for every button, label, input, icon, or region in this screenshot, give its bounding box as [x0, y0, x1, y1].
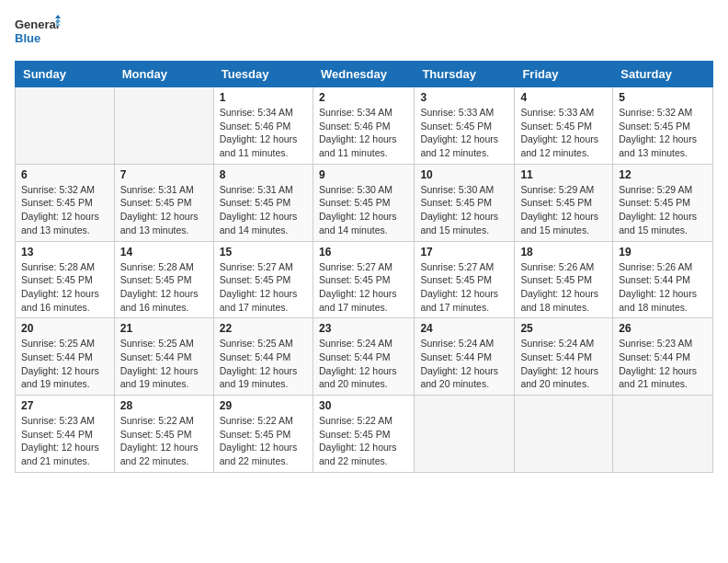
- calendar-week-row: 1Sunrise: 5:34 AMSunset: 5:46 PMDaylight…: [16, 87, 713, 165]
- calendar-cell: 9Sunrise: 5:30 AMSunset: 5:45 PMDaylight…: [313, 164, 414, 241]
- calendar-table: SundayMondayTuesdayWednesdayThursdayFrid…: [15, 61, 713, 473]
- calendar-cell: 22Sunrise: 5:25 AMSunset: 5:44 PMDayligh…: [213, 318, 313, 396]
- logo-graphic: General Blue: [15, 15, 61, 50]
- day-info: Sunrise: 5:33 AMSunset: 5:45 PMDaylight:…: [520, 106, 607, 160]
- calendar-cell: 4Sunrise: 5:33 AMSunset: 5:45 PMDaylight…: [515, 87, 613, 165]
- calendar-cell: 2Sunrise: 5:34 AMSunset: 5:46 PMDaylight…: [313, 87, 414, 165]
- day-info: Sunrise: 5:25 AMSunset: 5:44 PMDaylight:…: [220, 337, 307, 391]
- calendar-cell: 3Sunrise: 5:33 AMSunset: 5:45 PMDaylight…: [415, 87, 515, 165]
- day-number: 25: [520, 322, 607, 335]
- calendar-cell: 30Sunrise: 5:22 AMSunset: 5:45 PMDayligh…: [313, 396, 414, 473]
- day-number: 1: [220, 91, 307, 104]
- calendar-cell: 5Sunrise: 5:32 AMSunset: 5:45 PMDaylight…: [613, 87, 713, 165]
- day-number: 6: [21, 168, 108, 181]
- day-info: Sunrise: 5:32 AMSunset: 5:45 PMDaylight:…: [21, 183, 108, 237]
- calendar-cell: 10Sunrise: 5:30 AMSunset: 5:45 PMDayligh…: [415, 164, 515, 241]
- day-number: 19: [619, 246, 707, 259]
- calendar-cell: 17Sunrise: 5:27 AMSunset: 5:45 PMDayligh…: [415, 241, 515, 318]
- day-number: 17: [420, 246, 508, 259]
- calendar-cell: 7Sunrise: 5:31 AMSunset: 5:45 PMDaylight…: [114, 164, 213, 241]
- day-info: Sunrise: 5:28 AMSunset: 5:45 PMDaylight:…: [120, 260, 208, 315]
- day-number: 21: [120, 322, 208, 335]
- calendar-cell: 29Sunrise: 5:22 AMSunset: 5:45 PMDayligh…: [213, 396, 313, 473]
- day-number: 27: [21, 399, 108, 412]
- calendar-cell: 26Sunrise: 5:23 AMSunset: 5:44 PMDayligh…: [613, 318, 713, 396]
- calendar-week-row: 20Sunrise: 5:25 AMSunset: 5:44 PMDayligh…: [16, 318, 713, 396]
- day-number: 15: [220, 246, 307, 259]
- calendar-cell: 24Sunrise: 5:24 AMSunset: 5:44 PMDayligh…: [415, 318, 515, 396]
- header: General Blue: [15, 15, 713, 50]
- day-info: Sunrise: 5:25 AMSunset: 5:44 PMDaylight:…: [21, 337, 108, 391]
- svg-text:Blue: Blue: [15, 31, 40, 45]
- logo: General Blue: [15, 15, 61, 50]
- day-info: Sunrise: 5:34 AMSunset: 5:46 PMDaylight:…: [220, 106, 307, 160]
- day-number: 11: [520, 168, 607, 181]
- day-number: 7: [120, 168, 208, 181]
- day-number: 24: [420, 322, 508, 335]
- calendar-cell: 23Sunrise: 5:24 AMSunset: 5:44 PMDayligh…: [313, 318, 414, 396]
- day-number: 4: [520, 91, 607, 104]
- day-number: 22: [220, 322, 307, 335]
- calendar-week-row: 27Sunrise: 5:23 AMSunset: 5:44 PMDayligh…: [16, 396, 713, 473]
- calendar-cell: 12Sunrise: 5:29 AMSunset: 5:45 PMDayligh…: [613, 164, 713, 241]
- col-header-monday: Monday: [114, 62, 213, 87]
- day-number: 29: [220, 399, 307, 412]
- day-info: Sunrise: 5:24 AMSunset: 5:44 PMDaylight:…: [520, 337, 607, 391]
- day-info: Sunrise: 5:22 AMSunset: 5:45 PMDaylight:…: [220, 414, 307, 468]
- day-info: Sunrise: 5:24 AMSunset: 5:44 PMDaylight:…: [420, 337, 508, 391]
- day-info: Sunrise: 5:29 AMSunset: 5:45 PMDaylight:…: [520, 183, 607, 237]
- day-info: Sunrise: 5:30 AMSunset: 5:45 PMDaylight:…: [420, 183, 508, 237]
- calendar-cell: 27Sunrise: 5:23 AMSunset: 5:44 PMDayligh…: [16, 396, 115, 473]
- logo-svg: General Blue: [15, 15, 61, 50]
- calendar-cell: 13Sunrise: 5:28 AMSunset: 5:45 PMDayligh…: [16, 241, 115, 318]
- calendar-cell: [515, 396, 613, 473]
- day-number: 30: [319, 399, 408, 412]
- day-number: 9: [319, 168, 408, 181]
- calendar-cell: [613, 396, 713, 473]
- day-info: Sunrise: 5:31 AMSunset: 5:45 PMDaylight:…: [120, 183, 208, 237]
- calendar-cell: 8Sunrise: 5:31 AMSunset: 5:45 PMDaylight…: [213, 164, 313, 241]
- col-header-wednesday: Wednesday: [313, 62, 414, 87]
- day-number: 5: [619, 91, 707, 104]
- day-info: Sunrise: 5:27 AMSunset: 5:45 PMDaylight:…: [319, 260, 408, 315]
- calendar-cell: 15Sunrise: 5:27 AMSunset: 5:45 PMDayligh…: [213, 241, 313, 318]
- calendar-cell: 1Sunrise: 5:34 AMSunset: 5:46 PMDaylight…: [213, 87, 313, 165]
- svg-marker-2: [55, 15, 61, 18]
- day-info: Sunrise: 5:31 AMSunset: 5:45 PMDaylight:…: [220, 183, 307, 237]
- day-number: 8: [220, 168, 307, 181]
- day-number: 13: [21, 246, 108, 259]
- day-number: 12: [619, 168, 707, 181]
- col-header-tuesday: Tuesday: [213, 62, 313, 87]
- day-number: 18: [520, 246, 607, 259]
- col-header-friday: Friday: [515, 62, 613, 87]
- calendar-header-row: SundayMondayTuesdayWednesdayThursdayFrid…: [16, 62, 713, 87]
- calendar-cell: 19Sunrise: 5:26 AMSunset: 5:44 PMDayligh…: [613, 241, 713, 318]
- day-number: 14: [120, 246, 208, 259]
- day-number: 2: [319, 91, 408, 104]
- day-info: Sunrise: 5:28 AMSunset: 5:45 PMDaylight:…: [21, 260, 108, 315]
- day-info: Sunrise: 5:32 AMSunset: 5:45 PMDaylight:…: [619, 106, 707, 160]
- col-header-saturday: Saturday: [613, 62, 713, 87]
- day-info: Sunrise: 5:22 AMSunset: 5:45 PMDaylight:…: [319, 414, 408, 468]
- day-number: 20: [21, 322, 108, 335]
- calendar-cell: 21Sunrise: 5:25 AMSunset: 5:44 PMDayligh…: [114, 318, 213, 396]
- day-info: Sunrise: 5:27 AMSunset: 5:45 PMDaylight:…: [220, 260, 307, 315]
- day-number: 28: [120, 399, 208, 412]
- calendar-cell: 28Sunrise: 5:22 AMSunset: 5:45 PMDayligh…: [114, 396, 213, 473]
- day-number: 26: [619, 322, 707, 335]
- calendar-cell: [114, 87, 213, 165]
- calendar-cell: [16, 87, 115, 165]
- day-number: 3: [420, 91, 508, 104]
- calendar-cell: 25Sunrise: 5:24 AMSunset: 5:44 PMDayligh…: [515, 318, 613, 396]
- calendar-cell: 11Sunrise: 5:29 AMSunset: 5:45 PMDayligh…: [515, 164, 613, 241]
- calendar-week-row: 6Sunrise: 5:32 AMSunset: 5:45 PMDaylight…: [16, 164, 713, 241]
- day-info: Sunrise: 5:34 AMSunset: 5:46 PMDaylight:…: [319, 106, 408, 160]
- col-header-thursday: Thursday: [415, 62, 515, 87]
- day-info: Sunrise: 5:23 AMSunset: 5:44 PMDaylight:…: [21, 414, 108, 468]
- calendar-cell: 6Sunrise: 5:32 AMSunset: 5:45 PMDaylight…: [16, 164, 115, 241]
- day-info: Sunrise: 5:25 AMSunset: 5:44 PMDaylight:…: [120, 337, 208, 391]
- day-info: Sunrise: 5:30 AMSunset: 5:45 PMDaylight:…: [319, 183, 408, 237]
- day-number: 23: [319, 322, 408, 335]
- day-info: Sunrise: 5:33 AMSunset: 5:45 PMDaylight:…: [420, 106, 508, 160]
- calendar-cell: 20Sunrise: 5:25 AMSunset: 5:44 PMDayligh…: [16, 318, 115, 396]
